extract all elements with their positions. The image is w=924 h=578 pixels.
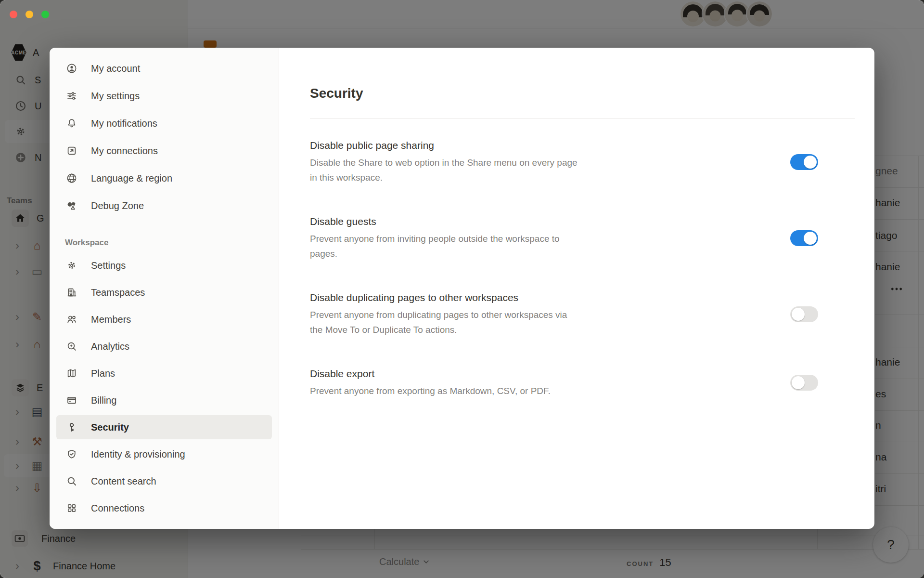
sliders-icon (66, 90, 77, 102)
zoom-window-button[interactable] (41, 11, 49, 18)
setting-title: Disable guests (310, 215, 560, 228)
magnifier-sparkle-icon (66, 341, 77, 352)
people-icon (66, 314, 77, 325)
key-icon (66, 421, 77, 433)
gear-icon (66, 260, 77, 271)
setting-row-public-page-sharing: Disable public page sharing Disable the … (310, 139, 855, 185)
toggle-disable-guests[interactable] (790, 230, 818, 246)
setting-title: Disable public page sharing (310, 139, 578, 152)
settings-nav-teamspaces[interactable]: Teamspaces (56, 280, 272, 304)
setting-description: Prevent anyone from inviting people outs… (310, 231, 560, 261)
setting-description: Disable the Share to web option in the S… (310, 155, 578, 185)
globe-icon (66, 172, 77, 184)
arrow-up-right-square-icon (66, 145, 77, 157)
setting-row-disable-duplicating: Disable duplicating pages to other works… (310, 291, 855, 337)
settings-nav-billing[interactable]: Billing (56, 388, 272, 412)
setting-description: Prevent anyone from exporting as Markdow… (310, 383, 551, 398)
notion-app-window: ACME A S U S N Teams (0, 0, 924, 578)
settings-modal-content: Security Disable public page sharing Dis… (279, 48, 874, 529)
settings-nav-identity-provisioning[interactable]: Identity & provisioning (56, 442, 272, 466)
settings-nav-security[interactable]: Security (56, 415, 272, 439)
map-icon (66, 368, 77, 379)
setting-title: Disable export (310, 367, 551, 380)
window-controls (10, 11, 49, 18)
credit-card-icon (66, 394, 77, 406)
settings-nav-content-search[interactable]: Content search (56, 469, 272, 493)
settings-nav-language-region[interactable]: Language & region (56, 166, 272, 190)
divider (310, 118, 855, 118)
setting-title: Disable duplicating pages to other works… (310, 291, 567, 304)
magnifier-icon (66, 475, 77, 487)
setting-description: Prevent anyone from duplicating pages to… (310, 307, 567, 337)
building-icon (66, 287, 77, 298)
settings-nav-my-account[interactable]: My account (56, 56, 272, 80)
settings-nav-workspace-settings[interactable]: Settings (56, 253, 272, 277)
grid-icon (66, 502, 77, 514)
settings-nav-connections[interactable]: Connections (56, 496, 272, 520)
setting-row-disable-guests: Disable guests Prevent anyone from invit… (310, 215, 855, 261)
workspace-section-header: Workspace (50, 236, 279, 250)
settings-nav-plans[interactable]: Plans (56, 361, 272, 385)
settings-nav-my-notifications[interactable]: My notifications (56, 111, 272, 135)
settings-modal-sidebar: My account My settings My notifications … (50, 48, 279, 529)
page-title: Security (310, 85, 874, 102)
bell-icon (66, 118, 77, 129)
settings-modal: My account My settings My notifications … (50, 48, 874, 529)
settings-nav-debug-zone[interactable]: Debug Zone (56, 194, 272, 218)
settings-nav-analytics[interactable]: Analytics (56, 334, 272, 358)
shapes-icon (66, 200, 77, 211)
person-circle-icon (66, 63, 77, 74)
settings-nav-my-connections[interactable]: My connections (56, 139, 272, 163)
close-window-button[interactable] (10, 11, 17, 18)
setting-row-disable-export: Disable export Prevent anyone from expor… (310, 367, 855, 398)
shield-check-icon (66, 448, 77, 460)
settings-nav-members[interactable]: Members (56, 307, 272, 331)
settings-nav-my-settings[interactable]: My settings (56, 84, 272, 108)
toggle-disable-duplicating[interactable] (790, 306, 818, 322)
minimize-window-button[interactable] (26, 11, 33, 18)
toggle-disable-public-page-sharing[interactable] (790, 154, 818, 170)
toggle-disable-export[interactable] (790, 375, 818, 391)
